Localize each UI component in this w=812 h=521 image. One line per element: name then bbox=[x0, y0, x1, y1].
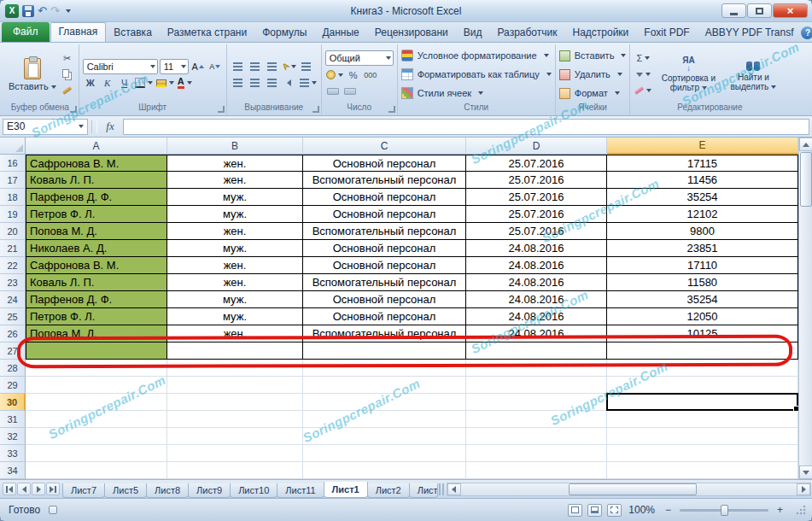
cell-D23[interactable]: 24.08.2016 bbox=[466, 274, 607, 291]
format-painter-button[interactable] bbox=[60, 84, 75, 98]
ribbon-tab-Разметка страни[interactable]: Разметка страни bbox=[160, 23, 254, 42]
align-top-button[interactable] bbox=[231, 59, 246, 73]
delete-cells-button[interactable]: Удалить bbox=[559, 66, 627, 83]
zoom-slider-thumb[interactable] bbox=[721, 505, 728, 516]
cell-D27[interactable] bbox=[466, 342, 607, 360]
cell-D31[interactable] bbox=[466, 411, 607, 428]
zoom-out-icon[interactable]: − bbox=[662, 504, 675, 517]
cell-B26[interactable]: жен. bbox=[167, 325, 303, 342]
cell-B33[interactable] bbox=[167, 445, 303, 462]
dialog-launcher-icon[interactable] bbox=[218, 106, 225, 113]
cell-B28[interactable] bbox=[167, 360, 303, 377]
sheet-tab-Лист1[interactable]: Лист1 bbox=[324, 482, 368, 498]
row-header-31[interactable]: 31 bbox=[0, 411, 26, 428]
cell-C30[interactable] bbox=[303, 394, 466, 411]
cell-D30[interactable] bbox=[466, 394, 607, 411]
cell-D29[interactable] bbox=[466, 377, 607, 394]
autosum-button[interactable]: Σ bbox=[634, 51, 652, 66]
align-left-button[interactable] bbox=[231, 75, 246, 90]
cell-C29[interactable] bbox=[303, 377, 466, 394]
row-header-28[interactable]: 28 bbox=[0, 360, 26, 377]
cell-E33[interactable] bbox=[607, 445, 798, 462]
align-right-button[interactable] bbox=[265, 75, 280, 90]
cell-E31[interactable] bbox=[607, 411, 798, 428]
help-icon[interactable]: ? bbox=[801, 26, 812, 39]
font-color-button[interactable]: А bbox=[177, 76, 193, 91]
cell-B31[interactable] bbox=[167, 411, 303, 428]
row-header-21[interactable]: 21 bbox=[0, 240, 26, 257]
cell-C25[interactable]: Основной персонал bbox=[303, 308, 466, 325]
column-header-C[interactable]: C bbox=[303, 138, 466, 155]
cell-B19[interactable]: муж. bbox=[167, 206, 303, 223]
ribbon-tab-Файл[interactable]: Файл bbox=[2, 22, 50, 42]
cell-A31[interactable] bbox=[26, 411, 167, 428]
underline-button[interactable]: Ч bbox=[117, 76, 132, 91]
normal-view-button[interactable] bbox=[568, 504, 582, 517]
cell-E17[interactable]: 11456 bbox=[607, 172, 798, 189]
excel-app-icon[interactable]: X bbox=[5, 4, 19, 18]
scroll-left-icon[interactable] bbox=[447, 483, 461, 495]
insert-cells-button[interactable]: Вставить bbox=[559, 47, 627, 64]
cell-D22[interactable]: 24.08.2016 bbox=[466, 257, 607, 274]
cell-C32[interactable] bbox=[303, 428, 466, 445]
format-as-table-button[interactable]: Форматировать как таблицу bbox=[401, 66, 552, 83]
cell-styles-button[interactable]: Стили ячеек bbox=[401, 85, 552, 102]
cell-C18[interactable]: Основной персонал bbox=[303, 189, 466, 206]
cell-C34[interactable] bbox=[303, 462, 466, 479]
cell-C26[interactable]: Вспомогательный персонал bbox=[303, 325, 466, 342]
percent-style-button[interactable]: % bbox=[346, 67, 361, 82]
cell-B25[interactable]: муж. bbox=[167, 308, 303, 325]
font-name-combo[interactable]: Calibri bbox=[83, 59, 158, 74]
minimize-button[interactable] bbox=[721, 3, 746, 18]
cell-E30[interactable] bbox=[607, 394, 798, 411]
cell-E21[interactable]: 23851 bbox=[607, 240, 798, 257]
name-box[interactable]: E30 bbox=[3, 119, 88, 135]
row-header-19[interactable]: 19 bbox=[0, 206, 26, 223]
close-button[interactable]: × bbox=[773, 3, 808, 18]
align-bottom-button[interactable] bbox=[265, 59, 280, 73]
formula-input[interactable] bbox=[123, 119, 809, 135]
sheet-tab-Лист9[interactable]: Лист9 bbox=[188, 483, 231, 498]
cell-D24[interactable]: 24.08.2016 bbox=[466, 291, 607, 308]
column-header-E[interactable]: E bbox=[607, 138, 798, 155]
cell-E18[interactable]: 35254 bbox=[607, 189, 798, 206]
shrink-font-button[interactable]: А bbox=[207, 59, 223, 73]
cell-C16[interactable]: Основной персонал bbox=[303, 155, 466, 172]
sheet-tab-Лист[interactable]: Лист bbox=[409, 483, 438, 498]
undo-icon[interactable]: ↶ bbox=[38, 5, 47, 17]
cell-D17[interactable]: 25.07.2016 bbox=[466, 172, 607, 189]
cell-B34[interactable] bbox=[167, 462, 303, 479]
format-cells-button[interactable]: Формат bbox=[559, 85, 627, 102]
cell-D19[interactable]: 25.07.2016 bbox=[466, 206, 607, 223]
cell-E19[interactable]: 12102 bbox=[607, 206, 798, 223]
row-header-30[interactable]: 30 bbox=[0, 394, 26, 411]
cell-A34[interactable] bbox=[26, 462, 167, 479]
ribbon-tab-Формулы[interactable]: Формулы bbox=[254, 23, 314, 42]
cell-E28[interactable] bbox=[607, 360, 798, 377]
cell-E16[interactable]: 17115 bbox=[607, 155, 798, 172]
cell-C20[interactable]: Вспомогательный персонал bbox=[303, 223, 466, 240]
cell-A33[interactable] bbox=[26, 445, 167, 462]
column-header-A[interactable]: A bbox=[26, 138, 167, 155]
cell-A18[interactable]: Парфенов Д. Ф. bbox=[26, 189, 167, 206]
copy-button[interactable] bbox=[60, 67, 75, 82]
cell-C31[interactable] bbox=[303, 411, 466, 428]
borders-button[interactable] bbox=[134, 76, 154, 91]
row-header-17[interactable]: 17 bbox=[0, 172, 26, 189]
cell-B18[interactable]: муж. bbox=[167, 189, 303, 206]
cell-C24[interactable]: Основной персонал bbox=[303, 291, 466, 308]
customize-qat-icon[interactable] bbox=[66, 9, 71, 13]
row-header-26[interactable]: 26 bbox=[0, 325, 26, 342]
cell-E22[interactable]: 17110 bbox=[607, 257, 798, 274]
cell-A27[interactable] bbox=[26, 342, 167, 360]
zoom-slider[interactable] bbox=[680, 509, 768, 512]
cell-D16[interactable]: 25.07.2016 bbox=[466, 155, 607, 172]
previous-sheet-icon[interactable] bbox=[17, 483, 31, 495]
cell-B20[interactable]: жен. bbox=[167, 223, 303, 240]
page-layout-view-button[interactable] bbox=[587, 504, 602, 517]
ribbon-tab-Главная[interactable]: Главная bbox=[50, 22, 107, 42]
find-select-button[interactable]: Найти и выделить bbox=[721, 46, 786, 102]
cell-A19[interactable]: Петров Ф. Л. bbox=[26, 206, 167, 223]
ribbon-tab-Разработчик[interactable]: Разработчик bbox=[489, 23, 564, 42]
cell-A16[interactable]: Сафронова В. М. bbox=[26, 155, 167, 172]
